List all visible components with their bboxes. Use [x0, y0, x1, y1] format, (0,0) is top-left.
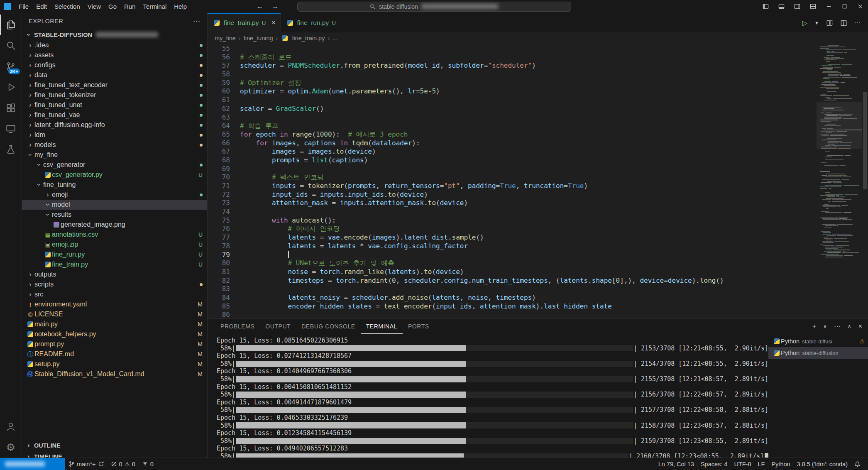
more-actions-icon[interactable]: ⋯	[193, 17, 200, 26]
tree-item-LICENSE[interactable]: ©LICENSEM	[22, 309, 207, 319]
panel-tab-ports[interactable]: PORTS	[403, 319, 435, 334]
search-box[interactable]: stable-diffusion	[297, 2, 571, 12]
menu-help[interactable]: Help	[170, 0, 191, 13]
code-line[interactable]	[240, 96, 868, 105]
close-window-icon[interactable]	[852, 0, 868, 13]
tree-item-setup.py[interactable]: setup.pyM	[22, 359, 207, 369]
tree-item-Stable_Diffusion_v1_Model_Card.md[interactable]: ⓂStable_Diffusion_v1_Model_Card.mdM	[22, 369, 207, 379]
code-line[interactable]: optimizer = optim.Adam(unet.parameters()…	[240, 87, 868, 96]
explorer-icon[interactable]	[0, 15, 22, 35]
tree-item-csv_generator.py[interactable]: csv_generator.pyU	[22, 170, 207, 180]
tree-item-generated_image.png[interactable]: generated_image.png	[22, 220, 207, 230]
open-changes-icon[interactable]	[826, 20, 833, 27]
tree-item-emoji.zip[interactable]: ▣emoji.zipU	[22, 240, 207, 250]
code-line[interactable]: # 스케줄러 로드	[240, 53, 868, 62]
code-line[interactable]: latents_noisy = scheduler.add_noise(late…	[240, 294, 868, 302]
customize-layout-icon[interactable]	[805, 0, 821, 13]
tree-item-fine_run.py[interactable]: fine_run.pyU	[22, 250, 207, 259]
tree-item-README.md[interactable]: ⓘREADME.mdM	[22, 349, 207, 359]
terminal-session[interactable]: Pythonstable-diffusi⚠	[768, 335, 868, 347]
tree-item-fine_tuned_tokenizer[interactable]: ›fine_tuned_tokenizer	[22, 90, 207, 100]
terminal-profile-chevron-icon[interactable]: ∨	[823, 323, 827, 329]
code-line[interactable]: attention_mask = inputs.attention_mask.t…	[240, 199, 868, 208]
panel-tab-output[interactable]: OUTPUT	[260, 319, 296, 334]
code-line[interactable]: inputs = tokenizer(prompts, return_tenso…	[240, 182, 868, 191]
menu-file[interactable]: File	[15, 0, 32, 13]
breadcrumb-item[interactable]: fine_train.py	[292, 35, 325, 42]
code-line[interactable]: noise = torch.randn_like(latents).to(dev…	[240, 268, 868, 277]
cursor-position-item[interactable]: Ln 79, Col 13	[655, 458, 697, 470]
workspace-section-header[interactable]: › STABLE-DIFFUSION	[22, 29, 207, 40]
tree-item-main.py[interactable]: main.pyM	[22, 319, 207, 329]
tree-item-src[interactable]: ›src	[22, 289, 207, 299]
code-line[interactable]: for epoch in range(1000): # 예시로 3 epoch	[240, 130, 868, 139]
tree-item-model[interactable]: ›model	[22, 200, 207, 210]
code-line[interactable]: # 텍스트 인코딩	[240, 173, 868, 182]
close-tab-icon[interactable]: ×	[271, 19, 275, 27]
close-panel-icon[interactable]: ×	[858, 323, 862, 330]
problems-item[interactable]: 0 ⚠ 0	[108, 458, 139, 470]
remote-explorer-icon[interactable]	[0, 118, 22, 139]
encoding-item[interactable]: UTF-8	[731, 458, 754, 470]
testing-icon[interactable]	[0, 139, 22, 160]
code-line[interactable]: latents = vae.encode(images).latent_dist…	[240, 233, 868, 242]
ports-item[interactable]: 0	[139, 458, 157, 470]
maximize-panel-icon[interactable]: ∧	[848, 323, 851, 329]
tree-item-notebook_helpers.py[interactable]: notebook_helpers.pyM	[22, 329, 207, 339]
tree-item-results[interactable]: ›results	[22, 210, 207, 220]
tree-item-latent_diffusion.egg-info[interactable]: ›latent_diffusion.egg-info	[22, 120, 207, 130]
code-line[interactable]	[240, 165, 868, 174]
remote-indicator[interactable]	[0, 458, 65, 470]
toggle-secondary-sidebar-icon[interactable]	[789, 0, 805, 13]
code-line[interactable]: # UNet으로 노이즈 추가 및 예측	[240, 259, 868, 268]
tree-item-fine_tuned_text_encoder[interactable]: ›fine_tuned_text_encoder	[22, 80, 207, 90]
new-terminal-icon[interactable]: +	[812, 323, 816, 330]
tree-item-environment.yaml[interactable]: !environment.yamlM	[22, 299, 207, 309]
extensions-icon[interactable]	[0, 98, 22, 118]
tree-item-my_fine[interactable]: ›my_fine	[22, 150, 207, 160]
code-line[interactable]: latents = latents * vae.config.scaling_f…	[240, 242, 868, 251]
tree-item-csv_generator[interactable]: ›csv_generator	[22, 160, 207, 170]
menu-edit[interactable]: Edit	[32, 0, 51, 13]
breadcrumb-item[interactable]: my_fine	[215, 35, 236, 42]
code-line[interactable]	[240, 251, 868, 259]
tree-item-annotations.csv[interactable]: ▦annotations.csvU	[22, 230, 207, 240]
minimap[interactable]	[817, 44, 862, 318]
tree-item-scripts[interactable]: ›scripts	[22, 279, 207, 289]
language-item[interactable]: Python	[768, 458, 793, 470]
code-line[interactable]: # 학습 루프	[240, 122, 868, 130]
tree-item-prompt.py[interactable]: prompt.pyM	[22, 339, 207, 349]
tree-item-fine_tuned_unet[interactable]: ›fine_tuned_unet	[22, 100, 207, 110]
scrollbar-thumb[interactable]	[863, 92, 867, 189]
toggle-sidebar-icon[interactable]	[758, 0, 773, 13]
tree-item-emoji[interactable]: ›emoji	[22, 190, 207, 200]
run-python-file-icon[interactable]: ▷	[802, 19, 807, 27]
panel-tab-terminal[interactable]: TERMINAL	[361, 319, 403, 334]
code-line[interactable]	[240, 311, 868, 318]
tree-item-models[interactable]: ›models	[22, 140, 207, 150]
tree-item-.idea[interactable]: ›.idea	[22, 40, 207, 50]
tree-item-fine_tuned_vae[interactable]: ›fine_tuned_vae	[22, 110, 207, 120]
minimize-icon[interactable]	[821, 0, 836, 13]
run-debug-icon[interactable]	[0, 77, 22, 98]
menu-view[interactable]: View	[84, 0, 105, 13]
toggle-panel-icon[interactable]	[773, 0, 789, 13]
code-line[interactable]: scaler = GradScaler()	[240, 105, 868, 113]
tab-fine_run.py[interactable]: fine_run.pyU	[281, 13, 341, 32]
code-line[interactable]: prompts = list(captions)	[240, 156, 868, 165]
code-line[interactable]	[240, 44, 868, 53]
code-line[interactable]: with autocast():	[240, 216, 868, 225]
editor-scrollbar[interactable]	[862, 44, 868, 318]
code-line[interactable]: # Optimizer 설정	[240, 79, 868, 88]
tab-fine_train.py[interactable]: fine_train.pyU×	[208, 13, 281, 32]
code-line[interactable]	[240, 113, 868, 122]
split-editor-icon[interactable]	[840, 20, 847, 27]
tree-item-data[interactable]: ›data	[22, 70, 207, 80]
code-line[interactable]: images = images.to(device)	[240, 147, 868, 156]
code-line[interactable]: for images, captions in tqdm(dataloader)…	[240, 139, 868, 148]
terminal-session[interactable]: Pythonstable-diffusion	[768, 347, 868, 359]
panel-tab-problems[interactable]: PROBLEMS	[215, 319, 260, 334]
accounts-icon[interactable]	[0, 416, 22, 437]
panel-tab-debug-console[interactable]: DEBUG CONSOLE	[296, 319, 360, 334]
terminal-output[interactable]: Epoch 15, Loss: 0.08516450226306915 58%|…	[208, 334, 768, 458]
